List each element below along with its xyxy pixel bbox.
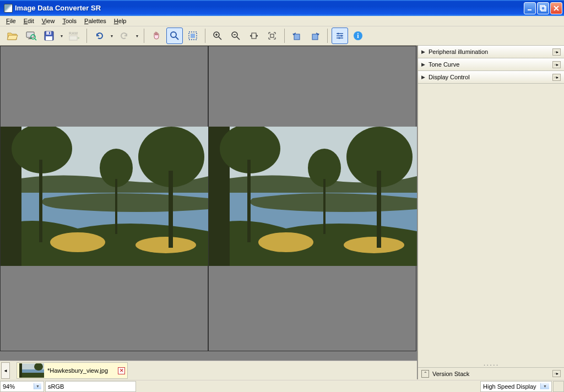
svg-rect-10 bbox=[49, 32, 50, 34]
zoom-out-icon bbox=[231, 31, 241, 41]
redo-icon bbox=[120, 31, 129, 41]
rotate-cw-icon bbox=[310, 30, 321, 41]
svg-rect-33 bbox=[39, 160, 42, 242]
panel-peripheral-illumination[interactable]: ▶ Peripheral illumination ▫▸ bbox=[418, 45, 564, 58]
svg-rect-19 bbox=[270, 34, 274, 37]
open-button[interactable] bbox=[4, 28, 21, 44]
panel-menu-button[interactable]: ▫▸ bbox=[552, 48, 561, 56]
status-bar: ▼ High Speed Display ▼ bbox=[0, 380, 564, 392]
svg-point-29 bbox=[50, 232, 105, 252]
svg-rect-12 bbox=[69, 36, 77, 40]
right-panel: ▶ Peripheral illumination ▫▸ ▶ Tone Curv… bbox=[417, 46, 564, 379]
browse-button[interactable] bbox=[23, 28, 39, 44]
panel-label: Version Stack bbox=[432, 371, 549, 377]
menu-palettes[interactable]: Palettes bbox=[80, 17, 110, 25]
colorspace-field[interactable] bbox=[45, 381, 136, 392]
dropdown-icon[interactable]: ▼ bbox=[540, 383, 549, 389]
svg-point-13 bbox=[171, 32, 176, 37]
fit-screen-icon bbox=[267, 31, 277, 41]
panel-menu-button[interactable]: ▫▸ bbox=[552, 370, 561, 377]
thumb-prev-button[interactable]: ◄ bbox=[1, 362, 10, 379]
collapse-icon[interactable]: ⌃ bbox=[421, 370, 429, 378]
close-button[interactable] bbox=[550, 2, 562, 14]
undo-button[interactable] bbox=[91, 28, 107, 44]
svg-rect-35 bbox=[169, 171, 173, 248]
monitor-search-icon bbox=[25, 30, 37, 42]
menu-view[interactable]: View bbox=[38, 17, 59, 25]
magnifier-icon bbox=[170, 31, 180, 41]
image-pane-left[interactable] bbox=[0, 46, 208, 351]
svg-point-24 bbox=[339, 37, 340, 39]
fit-width-icon bbox=[249, 31, 259, 41]
undo-dropdown[interactable]: ▼ bbox=[109, 34, 115, 38]
thumbnail-image bbox=[19, 363, 44, 378]
menu-edit[interactable]: Edit bbox=[20, 17, 38, 25]
zoom-out-button[interactable] bbox=[227, 28, 244, 44]
display-mode-value: High Speed Display bbox=[483, 383, 536, 390]
panel-label: Peripheral illumination bbox=[429, 48, 549, 55]
separator bbox=[205, 29, 205, 43]
selection-icon bbox=[188, 31, 198, 41]
toolbar: ▼ RAW ▼ ▼ i bbox=[0, 26, 564, 46]
dropdown-icon[interactable]: ▼ bbox=[34, 383, 41, 389]
display-mode-field[interactable]: High Speed Display ▼ bbox=[480, 381, 552, 392]
panel-grip[interactable]: • • • • • bbox=[418, 363, 564, 367]
panel-tone-curve[interactable]: ▶ Tone Curve ▫▸ bbox=[418, 58, 564, 71]
fit-screen-button[interactable] bbox=[264, 28, 280, 44]
rotate-right-button[interactable] bbox=[307, 28, 323, 44]
adjustments-button[interactable] bbox=[332, 28, 348, 44]
undo-icon bbox=[94, 31, 104, 41]
image-preview-left bbox=[1, 127, 209, 266]
thumbnail-close-button[interactable]: ✕ bbox=[118, 367, 125, 374]
thumbnail-filename: *Hawkesbury_view.jpg bbox=[47, 367, 108, 374]
menu-bar: File Edit View Tools Palettes Help bbox=[0, 16, 564, 26]
marquee-tool-button[interactable] bbox=[185, 28, 201, 44]
viewport[interactable] bbox=[0, 46, 417, 379]
hand-icon bbox=[151, 31, 161, 41]
panel-label: Display Control bbox=[429, 74, 549, 80]
image-pane-right[interactable] bbox=[208, 46, 416, 351]
expand-arrow-icon: ▶ bbox=[421, 74, 425, 80]
svg-point-41 bbox=[344, 237, 404, 253]
thumbnail-tab[interactable]: *Hawkesbury_view.jpg ✕ bbox=[17, 362, 128, 379]
minimize-button[interactable] bbox=[524, 2, 536, 14]
thumbnail-bar: ◄ *Hawkesbury_view.jpg ✕ bbox=[0, 361, 417, 380]
colorspace-input[interactable] bbox=[48, 383, 133, 390]
floppy-disk-icon bbox=[43, 30, 55, 42]
image-preview-right bbox=[209, 127, 417, 266]
zoom-in-button[interactable] bbox=[209, 28, 226, 44]
redo-dropdown: ▼ bbox=[134, 34, 140, 38]
menu-file[interactable]: File bbox=[2, 17, 20, 25]
svg-point-23 bbox=[341, 35, 343, 37]
info-button[interactable]: i bbox=[350, 28, 366, 44]
rotate-left-button[interactable] bbox=[289, 28, 305, 44]
svg-rect-51 bbox=[19, 373, 44, 378]
zoom-in-icon bbox=[213, 31, 223, 41]
svg-rect-15 bbox=[191, 34, 195, 38]
svg-point-40 bbox=[258, 232, 313, 252]
save-button[interactable] bbox=[41, 28, 57, 44]
svg-text:RAW: RAW bbox=[69, 31, 78, 35]
svg-rect-46 bbox=[377, 171, 381, 248]
save-dropdown[interactable]: ▼ bbox=[59, 34, 64, 38]
redo-button bbox=[116, 28, 133, 44]
info-icon: i bbox=[353, 31, 363, 41]
maximize-button[interactable] bbox=[537, 2, 549, 14]
svg-point-30 bbox=[135, 237, 196, 253]
separator bbox=[284, 29, 285, 43]
panel-menu-button[interactable]: ▫▸ bbox=[552, 74, 561, 81]
zoom-field[interactable]: ▼ bbox=[0, 381, 44, 392]
zoom-input[interactable] bbox=[3, 383, 34, 390]
svg-rect-20 bbox=[294, 34, 300, 40]
panel-display-control[interactable]: ▶ Display Control ▫▸ bbox=[418, 70, 564, 84]
hand-tool-button[interactable] bbox=[148, 28, 165, 44]
panel-label: Tone Curve bbox=[429, 61, 549, 68]
panel-menu-button[interactable]: ▫▸ bbox=[552, 61, 561, 68]
menu-help[interactable]: Help bbox=[110, 17, 131, 25]
fit-width-button[interactable] bbox=[246, 28, 262, 44]
zoom-tool-button[interactable] bbox=[166, 28, 183, 44]
panel-version-stack[interactable]: ⌃ Version Stack ▫▸ bbox=[418, 367, 564, 379]
menu-tools[interactable]: Tools bbox=[58, 17, 80, 25]
svg-rect-37 bbox=[115, 179, 117, 234]
svg-rect-52 bbox=[19, 363, 22, 378]
